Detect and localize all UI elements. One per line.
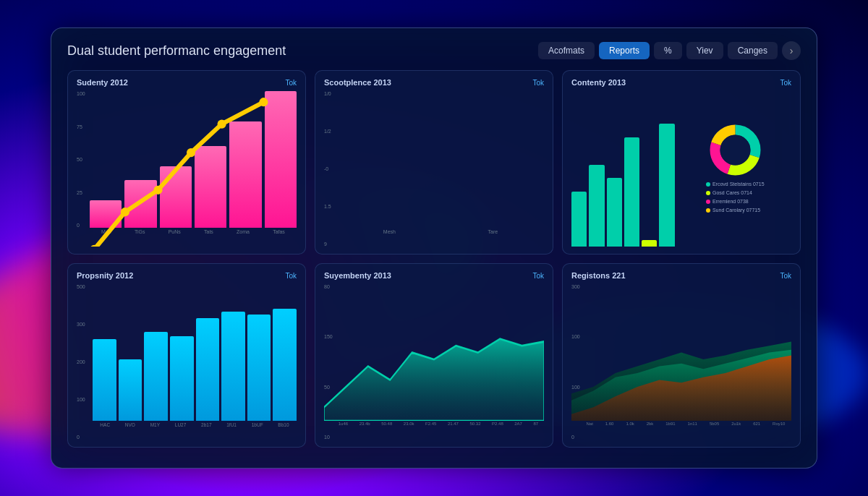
multi-area-chart <box>571 284 791 421</box>
dashboard-header: Dual student performanc engagement Acofm… <box>67 41 801 60</box>
chart4-title: Propsnity 2012 <box>77 271 133 280</box>
nav-percent[interactable]: % <box>654 42 682 59</box>
bar <box>642 240 657 247</box>
svg-marker-11 <box>324 339 544 422</box>
bar <box>144 332 168 421</box>
svg-point-10 <box>720 135 750 166</box>
bar <box>659 124 674 247</box>
bar <box>119 359 142 421</box>
chart3-body: 496020 <box>571 91 791 247</box>
dashboard-title: Dual student performanc engagement <box>67 43 286 59</box>
bar <box>247 315 271 422</box>
area-chart <box>324 284 544 421</box>
dashboard-card: Dual student performanc engagement Acofm… <box>51 27 817 469</box>
chart-suyembenty-2013: Suyembenty 2013 Tok 801505010 <box>315 263 553 448</box>
chart4-link[interactable]: Tok <box>285 272 297 280</box>
svg-point-0 <box>90 245 98 247</box>
chart1-link[interactable]: Tok <box>285 79 297 87</box>
chart2-title: Scootplence 2013 <box>324 78 391 87</box>
chart-propsnity-2012: Propsnity 2012 Tok 5003002001000 <box>67 263 306 448</box>
chart2-link[interactable]: Tok <box>532 79 544 87</box>
nav-buttons: Acofmats Reports % Yiev Canges › <box>538 41 801 60</box>
chart3-header: Contenty 2013 Tok <box>571 78 791 87</box>
chart5-body: 801505010 1u4623.4b50.4823.0kF2.4521.475… <box>324 284 544 440</box>
chart4-header: Propsnity 2012 Tok <box>77 271 297 280</box>
chart2-body: 1/01/2-01.59 <box>324 91 544 247</box>
bar <box>195 146 226 228</box>
nav-arrow-button[interactable]: › <box>782 41 801 60</box>
bar <box>229 121 261 228</box>
chart5-title: Suyembenty 2013 <box>324 271 391 280</box>
bar <box>124 180 156 228</box>
chart-scootplence-2013: Scootplence 2013 Tok 1/01/2-01.59 <box>315 70 553 255</box>
bar <box>160 166 192 228</box>
donut-chart <box>708 123 762 177</box>
chart6-body: 3001001000 <box>571 284 791 440</box>
nav-yiev[interactable]: Yiev <box>686 42 723 59</box>
bar <box>571 192 587 247</box>
bar <box>93 339 116 422</box>
bar <box>221 312 245 421</box>
chart4-body: 5003002001000 HACNVOM1YLU272b171fU11bUFB… <box>77 284 297 440</box>
chart1-header: Sudenty 2012 Tok <box>77 78 297 87</box>
bar <box>607 178 622 247</box>
chart1-body: 1007550250 <box>77 91 297 247</box>
bar <box>589 165 604 247</box>
chart-sudenty-2012: Sudenty 2012 Tok 1007550250 <box>67 70 306 255</box>
svg-point-4 <box>218 120 226 129</box>
chart6-title: Registons 221 <box>571 271 626 280</box>
bar <box>170 336 194 421</box>
bar <box>90 200 122 228</box>
bar <box>273 309 297 421</box>
chart1-title: Sudenty 2012 <box>77 78 128 87</box>
chart3-link[interactable]: Tok <box>780 79 791 87</box>
chart-contenty-2013: Contenty 2013 Tok 496020 <box>562 70 801 255</box>
chart5-link[interactable]: Tok <box>532 272 544 280</box>
bar <box>624 137 639 247</box>
nav-reports[interactable]: Reports <box>599 42 650 59</box>
chart5-header: Suyembenty 2013 Tok <box>324 271 544 280</box>
chart6-header: Registons 221 Tok <box>571 271 791 280</box>
nav-canges[interactable]: Canges <box>728 42 778 59</box>
charts-grid: Sudenty 2012 Tok 1007550250 <box>67 70 801 448</box>
bar <box>265 91 297 228</box>
chart3-title: Contenty 2013 <box>571 78 626 87</box>
chart-registons-221: Registons 221 Tok 3001001000 <box>562 263 801 448</box>
chart2-header: Scootplence 2013 Tok <box>324 78 544 87</box>
bar <box>196 318 220 421</box>
nav-acofmats[interactable]: Acofmats <box>538 42 595 59</box>
chart6-link[interactable]: Tok <box>780 272 791 280</box>
